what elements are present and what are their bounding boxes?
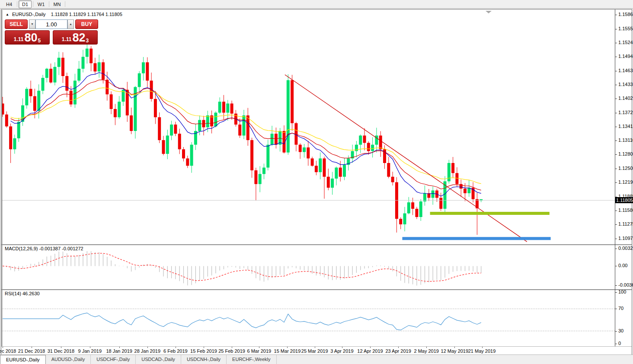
price-axis-tick: [615, 239, 617, 239]
date-axis-label: 25 Feb 2019: [218, 348, 245, 354]
main-price-chart[interactable]: [2, 10, 615, 244]
price-axis-label: 1.14025: [618, 96, 633, 101]
date-axis-label: 21 Dec 2018: [18, 348, 45, 354]
tab-usdcnh-daily[interactable]: USDCNH-,Daily: [181, 355, 227, 364]
price-axis-label: 1.14940: [618, 54, 633, 59]
lot-decrease-button[interactable]: ▼: [29, 19, 35, 29]
date-axis-tick: [119, 347, 120, 348]
date-axis-tick: [232, 347, 232, 348]
date-axis-tick: [32, 347, 32, 348]
macd-indicator-pane[interactable]: [2, 245, 615, 289]
date-axis[interactable]: 12 Dec 201821 Dec 201831 Dec 20189 Jan 2…: [1, 346, 632, 355]
price-axis-tick: [615, 113, 617, 113]
lower-support-bar[interactable]: [402, 237, 550, 240]
date-axis-label: 28 Jan 2019: [134, 348, 161, 354]
price-axis-label: 1.13415: [618, 124, 633, 129]
date-axis-label: 23 Apr 2019: [385, 348, 411, 354]
date-axis-tick: [3, 347, 3, 348]
price-axis-label: 1.12500: [618, 166, 633, 171]
timeframe-h4-button[interactable]: H4: [3, 0, 16, 8]
price-axis-tick: [615, 140, 617, 141]
timeframe-w1-button[interactable]: W1: [35, 0, 48, 8]
collapse-arrow-icon[interactable]: ▲: [6, 13, 9, 16]
tab-audusd-daily[interactable]: AUDUSD-,Daily: [46, 355, 91, 364]
date-axis-tick: [426, 347, 427, 348]
date-axis-label: 25 Mar 2019: [301, 348, 328, 354]
date-axis-label: 18 Jan 2019: [106, 348, 132, 354]
date-axis-tick: [147, 347, 148, 348]
date-axis-tick: [454, 347, 455, 348]
macd-signal-line: [3, 253, 481, 281]
support-level-bar[interactable]: [430, 212, 550, 215]
date-axis-tick: [176, 347, 176, 348]
rsi-axis-label: 0: [618, 341, 621, 346]
sell-price-display[interactable]: 1.11 80 5: [5, 30, 50, 45]
rsi-axis-tick: [615, 309, 617, 309]
price-axis-tick: [615, 43, 617, 43]
date-axis-label: 15 Mar 2019: [274, 348, 301, 354]
price-axis-tick: [615, 211, 617, 211]
tab-eurusd-daily[interactable]: EURUSD-,Daily: [0, 355, 46, 364]
lot-increase-button[interactable]: ▲: [67, 19, 74, 29]
price-axis-tick: [615, 29, 617, 29]
chart-ohlc-values: 1.11828 1.11829 1.11764 1.11805: [51, 12, 122, 17]
one-click-trading-panel: SELL ▼ ▲ BUY 1.11 80 5 1.11 82 3: [5, 19, 101, 45]
rsi-axis-tick: [615, 344, 617, 344]
buy-price-prefix: 1.11: [62, 35, 72, 43]
price-axis-tick: [615, 127, 617, 127]
macd-axis-label: -0.003659: [618, 282, 633, 287]
rsi-indicator-pane[interactable]: [2, 290, 615, 346]
tab-usdchf-daily[interactable]: USDCHF-,Daily: [91, 355, 136, 364]
buy-price-display[interactable]: 1.11 82 3: [53, 30, 98, 45]
sell-price-point: 5: [38, 38, 41, 43]
price-axis-label: 1.12195: [618, 179, 633, 185]
tab-usdcad-daily[interactable]: USDCAD-,Daily: [136, 355, 181, 364]
tab-eurchf-weekly[interactable]: EURCHF-,Weekly: [227, 355, 276, 364]
macd-indicator-label: MACD(12,26,9) -0.001387 -0.001272: [5, 246, 83, 251]
rsi-axis-label: 100: [618, 289, 626, 294]
price-axis-tick: [615, 182, 617, 183]
chart-shift-marker-icon[interactable]: [486, 11, 492, 13]
sell-price-pips: 80: [24, 32, 37, 43]
buy-price-pips: 82: [72, 32, 85, 43]
date-axis-label: 21 May 2019: [468, 348, 496, 354]
chart-symbol-title: EURUSD-,Daily: [12, 12, 46, 17]
macd-axis-label: 0.00: [618, 263, 627, 268]
price-axis-label: 1.13110: [618, 137, 633, 143]
price-axis-label: 1.11580: [618, 208, 633, 213]
date-axis-label: 6 Feb 2019: [163, 348, 188, 354]
current-price-tag: 1.11805: [615, 197, 633, 203]
macd-axis-tick: [615, 285, 617, 286]
macd-axis-tick: [615, 249, 617, 249]
timeframe-mn-button[interactable]: MN: [51, 0, 64, 8]
price-axis-label: 1.11275: [618, 221, 633, 227]
date-axis-tick: [61, 347, 61, 348]
date-axis-tick: [287, 347, 288, 348]
date-axis-tick: [482, 347, 483, 348]
date-axis-tick: [259, 347, 259, 348]
date-axis-tick: [398, 347, 399, 348]
rsi-line: [3, 313, 481, 330]
timeframe-toolbar: H4 D1 W1 MN: [0, 0, 633, 9]
date-axis-tick: [90, 347, 90, 348]
price-axis-tick: [615, 169, 617, 169]
ma-34-line: [11, 88, 481, 184]
toolbar-separator: [33, 1, 33, 7]
macd-axis-tick: [615, 266, 617, 266]
ma-13-line: [11, 73, 481, 196]
date-axis-label: 9 Jan 2019: [78, 348, 102, 354]
date-axis-label: 12 Apr 2019: [357, 348, 383, 354]
buy-button[interactable]: BUY: [75, 19, 98, 29]
timeframe-d1-button[interactable]: D1: [19, 0, 32, 8]
price-axis-label: 1.10970: [618, 236, 633, 241]
chart-window: ▲ EURUSD-,Daily 1.11828 1.11829 1.11764 …: [1, 9, 632, 354]
chart-tab-bar: EURUSD-,Daily AUDUSD-,Daily USDCHF-,Dail…: [0, 354, 633, 364]
sell-price-prefix: 1.11: [14, 35, 24, 43]
rsi-axis-label: 30: [618, 328, 623, 333]
rsi-indicator-label: RSI(14) 46.2630: [5, 291, 40, 296]
sell-button[interactable]: SELL: [5, 19, 28, 29]
date-axis-tick: [342, 347, 342, 348]
lot-size-input[interactable]: [35, 19, 67, 29]
date-axis-tick: [370, 347, 371, 348]
toolbar-separator: [17, 1, 17, 7]
